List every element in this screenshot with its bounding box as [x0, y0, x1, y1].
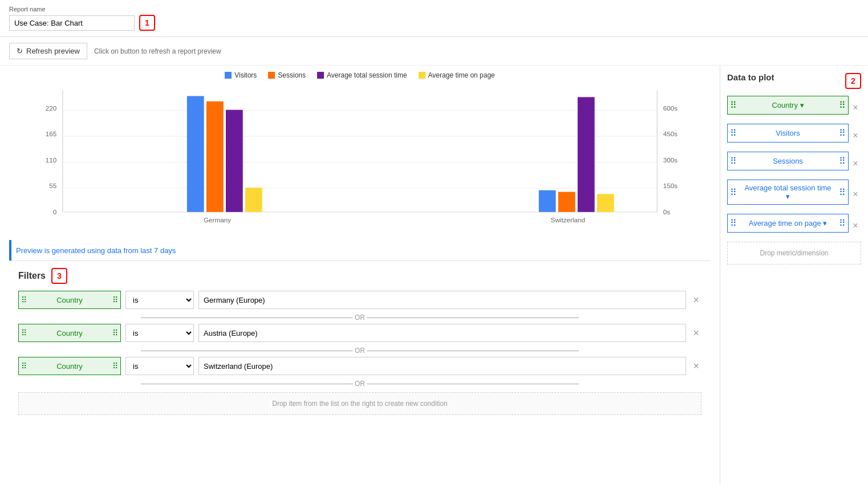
preview-bar: [9, 240, 11, 261]
svg-rect-17: [187, 96, 204, 212]
preview-info: Preview is generated using data from las…: [9, 240, 711, 261]
filters-title: Filters: [18, 271, 46, 281]
sidebar-drop-zone: Drop metric/dimension: [727, 242, 861, 265]
plot-item-visitors: ⠿ Visitors ⠿ ×: [727, 124, 861, 147]
or-divider-2: ——————————————————————————————— OR —————…: [18, 347, 701, 355]
step1-badge: 1: [139, 15, 155, 31]
plot-item-avg-session: ⠿ Average total session time ▾ ⠿ ×: [727, 180, 861, 209]
plot-label-visitors[interactable]: Visitors: [741, 125, 834, 141]
filter-country-label-3: Country: [29, 362, 110, 371]
refresh-label: Refresh preview: [26, 47, 80, 55]
preview-text: Preview is generated using data from las…: [16, 246, 176, 255]
svg-text:600s: 600s: [663, 105, 678, 111]
filter-remove-2[interactable]: ×: [691, 327, 701, 339]
drag-left-avg-session[interactable]: ⠿: [728, 184, 739, 201]
legend-label-sessions: Sessions: [278, 71, 306, 79]
filter-row-1: ⠿ Country ⠿ is is not contains ×: [18, 291, 701, 309]
remove-avg-session[interactable]: ×: [850, 187, 861, 202]
chart-svg: 0 55 110 165 220 0s 150s 300s 450s 600s: [26, 85, 693, 233]
filter-operator-2[interactable]: is is not contains: [125, 324, 194, 342]
drag-icon-2: ⠿: [19, 328, 29, 337]
bar-chart: 0 55 110 165 220 0s 150s 300s 450s 600s: [26, 85, 693, 233]
drag-icon-right-1: ⠿: [110, 295, 120, 304]
plot-label-sessions[interactable]: Sessions: [741, 153, 834, 169]
filter-row-2: ⠿ Country ⠿ is is not contains ×: [18, 324, 701, 342]
step3-badge: 3: [51, 268, 67, 284]
svg-rect-19: [226, 110, 243, 212]
drag-right-country[interactable]: ⠿: [837, 96, 848, 114]
svg-rect-25: [597, 194, 614, 212]
or-divider-1: ——————————————————————————————— OR —————…: [18, 314, 701, 322]
drag-left-visitors[interactable]: ⠿: [728, 124, 739, 142]
svg-text:55: 55: [49, 183, 56, 189]
drag-left-avg-page[interactable]: ⠿: [728, 214, 739, 232]
legend-dot-sessions: [268, 72, 275, 79]
svg-text:450s: 450s: [663, 131, 678, 137]
legend-visitors: Visitors: [225, 71, 257, 79]
legend-avg-page: Average time on page: [419, 71, 495, 79]
sidebar: Data to plot 2 ⠿ Country ▾ ⠿ × ⠿ Visitor…: [720, 66, 868, 484]
plot-item-country: ⠿ Country ▾ ⠿ ×: [727, 96, 861, 119]
remove-sessions[interactable]: ×: [850, 156, 861, 171]
svg-text:300s: 300s: [663, 157, 678, 163]
drag-right-avg-session[interactable]: ⠿: [837, 184, 848, 201]
legend-dot-avg-page: [419, 72, 425, 79]
remove-avg-page[interactable]: ×: [850, 218, 861, 233]
legend-avg-session: Average total session time: [317, 71, 407, 79]
chart-legend: Visitors Sessions Average total session …: [9, 71, 711, 79]
svg-text:150s: 150s: [663, 183, 678, 189]
plot-label-avg-session[interactable]: Average total session time ▾: [741, 180, 834, 204]
filter-country-label-1: Country: [29, 296, 110, 304]
filter-remove-3[interactable]: ×: [691, 360, 701, 372]
drag-icon-1: ⠿: [19, 295, 29, 304]
drag-right-visitors[interactable]: ⠿: [837, 124, 848, 142]
svg-text:Switzerland: Switzerland: [551, 217, 585, 223]
filter-value-1[interactable]: [198, 291, 686, 309]
svg-text:110: 110: [46, 157, 57, 163]
filter-country-badge-3: ⠿ Country ⠿: [18, 357, 121, 375]
legend-dot-avg-session: [317, 72, 324, 79]
drag-left-country[interactable]: ⠿: [728, 96, 739, 114]
refresh-preview-button[interactable]: ↻ Refresh preview: [9, 43, 87, 59]
refresh-icon: ↻: [17, 47, 23, 55]
drag-icon-right-3: ⠿: [110, 361, 120, 371]
drag-icon-right-2: ⠿: [110, 328, 120, 337]
filter-row-3: ⠿ Country ⠿ is is not contains ×: [18, 357, 701, 375]
filter-country-badge-2: ⠿ Country ⠿: [18, 324, 121, 342]
report-name-input[interactable]: [9, 15, 135, 31]
report-name-label: Report name: [9, 6, 859, 13]
filter-remove-1[interactable]: ×: [691, 294, 701, 306]
or-divider-3: ——————————————————————————————— OR —————…: [18, 380, 701, 388]
drag-icon-3: ⠿: [19, 361, 29, 371]
legend-label-visitors: Visitors: [234, 71, 257, 79]
step2-badge: 2: [845, 73, 861, 89]
plot-label-avg-page[interactable]: Average time on page ▾: [741, 215, 834, 231]
filters-section: Filters 3 ⠿ Country ⠿ is is not contains: [9, 261, 711, 422]
drag-right-avg-page[interactable]: ⠿: [837, 214, 848, 232]
filter-value-2[interactable]: [198, 324, 686, 342]
sidebar-title: Data to plot: [727, 72, 774, 82]
plot-item-sessions: ⠿ Sessions ⠿ ×: [727, 152, 861, 175]
svg-rect-18: [206, 101, 224, 212]
plot-label-country[interactable]: Country ▾: [741, 97, 834, 113]
drag-right-sessions[interactable]: ⠿: [837, 152, 848, 170]
plot-item-avg-page: ⠿ Average time on page ▾ ⠿ ×: [727, 214, 861, 237]
drag-left-sessions[interactable]: ⠿: [728, 152, 739, 170]
filters-header: Filters 3: [18, 268, 701, 284]
filter-operator-3[interactable]: is is not contains: [125, 357, 194, 375]
legend-label-avg-page: Average time on page: [428, 71, 495, 79]
refresh-hint: Click on button to refresh a report prev…: [94, 47, 221, 55]
toolbar: ↻ Refresh preview Click on button to ref…: [0, 37, 868, 66]
remove-country[interactable]: ×: [850, 100, 861, 115]
legend-label-avg-session: Average total session time: [327, 71, 407, 79]
filter-country-badge-1: ⠿ Country ⠿: [18, 291, 121, 309]
svg-rect-22: [539, 190, 556, 212]
svg-text:0s: 0s: [663, 209, 671, 215]
svg-text:220: 220: [46, 105, 57, 111]
filter-value-3[interactable]: [198, 357, 686, 375]
svg-text:Germany: Germany: [204, 217, 232, 223]
legend-dot-visitors: [225, 72, 232, 79]
svg-rect-23: [558, 192, 575, 212]
remove-visitors[interactable]: ×: [850, 128, 861, 143]
filter-operator-1[interactable]: is is not contains: [125, 291, 194, 309]
